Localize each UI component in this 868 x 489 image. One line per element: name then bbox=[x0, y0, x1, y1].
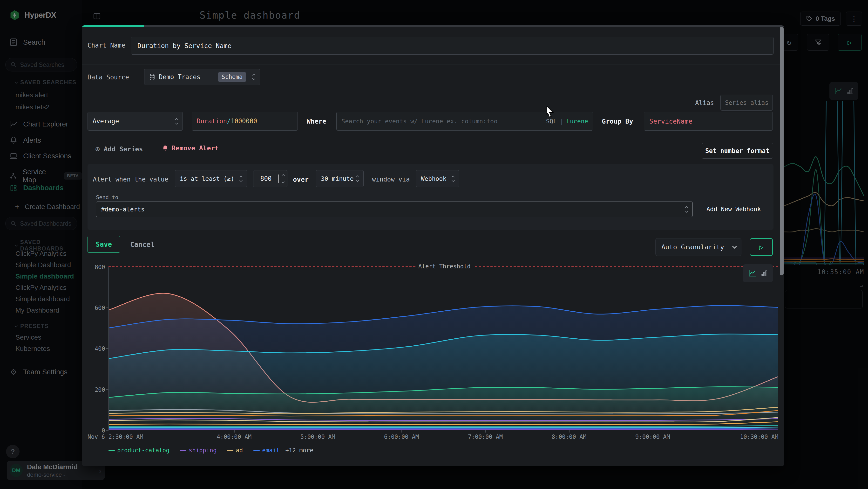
legend-item[interactable]: shipping bbox=[180, 447, 217, 454]
schema-badge: Schema bbox=[218, 72, 246, 82]
chart-name-input[interactable] bbox=[131, 37, 774, 55]
alert-threshold-input[interactable]: 800 bbox=[253, 170, 287, 187]
alias-label: Alias bbox=[695, 99, 714, 107]
send-to-select[interactable]: #demo-alerts bbox=[96, 202, 693, 217]
screen: HyperDX Search Saved Searches SAVED SEAR… bbox=[0, 0, 868, 489]
alert-prefix: Alert when the value bbox=[93, 176, 168, 183]
play-icon: ▷ bbox=[759, 243, 763, 251]
y-tick-label: 800 bbox=[82, 264, 105, 270]
x-tick-label: Nov 6 2:30:00 AM bbox=[88, 433, 143, 440]
add-new-webhook-button[interactable]: Add New Webhook bbox=[707, 206, 761, 213]
aggregation-value: Average bbox=[93, 118, 119, 125]
x-tick-label: 9:00:00 AM bbox=[635, 433, 670, 440]
remove-alert-button[interactable]: Remove Alert bbox=[162, 144, 219, 152]
alert-config-panel: Alert when the value is at least (≥) 800… bbox=[88, 164, 774, 230]
alert-condition-select[interactable]: is at least (≥) bbox=[175, 170, 247, 187]
send-to-label: Send to bbox=[96, 194, 118, 200]
group-by-input[interactable] bbox=[644, 112, 773, 131]
alert-bell-icon bbox=[162, 145, 168, 152]
number-stepper[interactable] bbox=[279, 170, 287, 187]
x-tick-label: 8:00:00 AM bbox=[552, 433, 587, 440]
set-number-format-button[interactable]: Set number format bbox=[702, 143, 773, 159]
save-button[interactable]: Save bbox=[88, 236, 120, 253]
progress-track bbox=[82, 25, 784, 27]
select-chevrons-icon bbox=[452, 176, 454, 181]
x-tick-label: 4:00:00 AM bbox=[217, 433, 252, 440]
group-by-label: Group By bbox=[602, 118, 633, 125]
add-series-button[interactable]: ⊕ Add Series bbox=[95, 144, 143, 153]
select-chevrons-icon bbox=[240, 176, 242, 181]
timeseries-chart[interactable] bbox=[108, 267, 778, 430]
field-token: 1000000 bbox=[231, 118, 257, 125]
modal-scrollbar[interactable] bbox=[780, 27, 784, 276]
cancel-button[interactable]: Cancel bbox=[130, 241, 155, 249]
aggregation-select[interactable]: Average bbox=[88, 112, 183, 131]
progress-fill bbox=[82, 25, 144, 27]
legend-item[interactable]: product-catalog bbox=[108, 447, 169, 454]
where-label: Where bbox=[307, 118, 326, 125]
data-source-select[interactable]: Demo Traces Schema bbox=[144, 69, 260, 85]
select-chevrons-icon bbox=[685, 207, 688, 212]
where-placeholder: Search your events w/ Lucene ex. column:… bbox=[341, 118, 497, 125]
chevron-down-icon bbox=[732, 244, 737, 248]
field-token: Duration bbox=[197, 118, 227, 125]
select-chevrons-icon bbox=[176, 118, 178, 124]
x-tick-label: 6:00:00 AM bbox=[384, 433, 419, 440]
x-tick-label: 7:00:00 AM bbox=[468, 433, 503, 440]
y-tick-label: 0 bbox=[82, 427, 105, 434]
x-tick-label: 10:30:00 AM bbox=[740, 433, 778, 440]
y-tick-label: 600 bbox=[82, 305, 105, 311]
granularity-select[interactable]: Auto Granularity bbox=[655, 238, 741, 256]
sql-toggle[interactable]: SQL bbox=[546, 118, 557, 125]
over-label: over bbox=[293, 176, 309, 183]
bar-chart-icon bbox=[761, 269, 767, 277]
select-chevrons-icon bbox=[253, 74, 255, 80]
circle-plus-icon: ⊕ bbox=[95, 144, 100, 153]
chart-type-toggle[interactable] bbox=[743, 264, 773, 282]
alert-window-select[interactable]: 30 minute bbox=[316, 170, 364, 187]
alert-channel-select[interactable]: Webhook bbox=[416, 170, 459, 187]
select-chevrons-icon bbox=[356, 176, 359, 181]
mouse-cursor bbox=[546, 106, 555, 118]
x-tick-label: 5:00:00 AM bbox=[301, 433, 335, 440]
field-token: / bbox=[227, 118, 231, 125]
legend-more-link[interactable]: +12 more bbox=[285, 447, 313, 454]
chart-area: Alert Threshold 800 600 400 200 0 Nov 6 … bbox=[82, 256, 784, 466]
legend-item[interactable]: ad bbox=[227, 447, 243, 454]
legend-item[interactable]: email bbox=[253, 447, 279, 454]
run-chart-button[interactable]: ▷ bbox=[750, 238, 773, 256]
chart-name-label: Chart Name bbox=[88, 42, 125, 49]
data-source-label: Data Source bbox=[88, 74, 129, 81]
y-tick-label: 200 bbox=[82, 386, 105, 393]
alias-input[interactable] bbox=[720, 95, 773, 111]
chart-legend: product-catalog shipping ad email +12 mo… bbox=[108, 447, 324, 454]
y-tick-label: 400 bbox=[82, 345, 105, 352]
data-source-value: Demo Traces bbox=[159, 74, 200, 81]
window-via-label: window via bbox=[372, 176, 410, 183]
line-chart-icon bbox=[748, 269, 756, 277]
field-expression-input[interactable]: Duration/1000000 bbox=[192, 112, 298, 131]
database-icon bbox=[149, 74, 155, 80]
lucene-toggle[interactable]: Lucene bbox=[566, 118, 588, 125]
edit-chart-modal: Chart Name Data Source Demo Traces Schem… bbox=[82, 25, 784, 466]
